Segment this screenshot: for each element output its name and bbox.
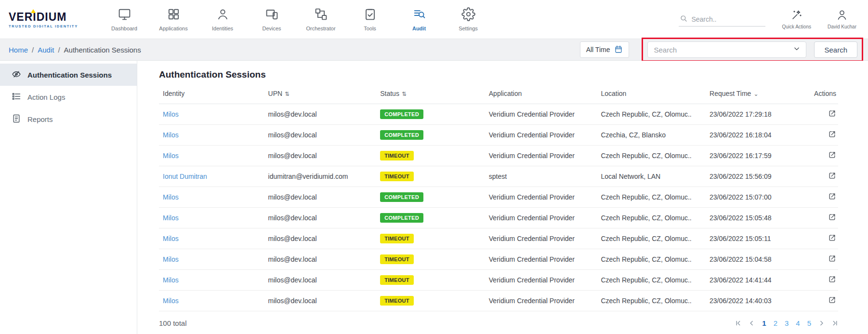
quick-actions-button[interactable]: Quick Actions (782, 9, 811, 29)
application-cell: Veridium Credential Provider (485, 104, 597, 125)
pagination-pages: 12345 (762, 319, 811, 327)
nav-item-dashboard[interactable]: Dashboard (109, 7, 140, 31)
nav-item-identities[interactable]: Identities (207, 7, 238, 31)
settings-gear-icon (461, 7, 475, 23)
table-row: Milos milos@dev.local COMPLETED Veridium… (159, 208, 838, 228)
identity-link[interactable]: Milos (163, 110, 179, 118)
open-session-icon[interactable] (828, 151, 836, 160)
pagination-page[interactable]: 1 (762, 319, 766, 327)
global-search-input[interactable] (691, 15, 764, 23)
time-range-button[interactable]: All Time (580, 41, 630, 58)
col-upn[interactable]: UPN⇅ (264, 83, 377, 104)
location-cell: Czech Republic, CZ, Olomuc.. (597, 228, 706, 249)
identity-link[interactable]: Milos (163, 235, 179, 242)
identity-link[interactable]: Milos (163, 214, 179, 222)
col-request-time[interactable]: Request Time⌄ (706, 83, 801, 104)
pagination-page[interactable]: 2 (774, 319, 777, 327)
nav-item-settings[interactable]: Settings (453, 7, 484, 31)
application-cell: sptest (485, 166, 597, 187)
pagination-page[interactable]: 5 (807, 319, 811, 327)
breadcrumb-separator: / (32, 46, 34, 54)
nav-label: Dashboard (111, 26, 137, 31)
identity-link[interactable]: Ionut Dumitran (163, 173, 207, 180)
location-cell: Czech Republic, CZ, Olomuc.. (597, 187, 706, 208)
sidebar-item-label: Action Logs (27, 93, 65, 101)
upn-cell: milos@dev.local (264, 291, 377, 311)
quick-actions-label: Quick Actions (782, 24, 811, 29)
open-session-icon[interactable] (828, 213, 836, 223)
table-header-row: Identity UPN⇅ Status⇅ Application Locati… (159, 83, 838, 104)
breadcrumb-separator: / (58, 46, 60, 54)
prev-page-icon[interactable] (749, 320, 755, 326)
col-status[interactable]: Status⇅ (376, 83, 485, 104)
identity-link[interactable]: Milos (163, 152, 179, 160)
annotation-highlight: Search Search (642, 38, 863, 62)
nav-item-devices[interactable]: Devices (256, 7, 287, 31)
orchestrator-icon (314, 7, 328, 23)
identity-link[interactable]: Milos (163, 276, 179, 284)
identity-link[interactable]: Milos (163, 193, 179, 201)
status-badge: COMPLETED (380, 192, 423, 202)
nav-item-applications[interactable]: Applications (158, 7, 189, 31)
location-cell: Czech Republic, CZ, Olomuc.. (597, 249, 706, 270)
pagination-page[interactable]: 3 (785, 319, 789, 327)
status-badge: TIMEOUT (380, 172, 414, 181)
upn-cell: idumitran@veridiumid.com (264, 166, 377, 187)
table-footer: 100 total 12345 (159, 319, 838, 327)
upn-cell: milos@dev.local (264, 228, 377, 249)
identity-link[interactable]: Milos (163, 131, 179, 139)
open-session-icon[interactable] (828, 254, 836, 264)
sidebar-item-reports[interactable]: Reports (0, 108, 137, 130)
nav-item-tools[interactable]: Tools (355, 7, 385, 31)
status-badge: TIMEOUT (380, 275, 414, 285)
list-icon (12, 92, 21, 103)
request-time-cell: 23/06/2022 16:17:59 (706, 146, 801, 166)
pagination-page[interactable]: 4 (796, 319, 800, 327)
veridium-logo[interactable]: VERIDIUM TRUSTED DIGITAL IDENTITY (9, 11, 86, 28)
upn-cell: milos@dev.local (264, 146, 377, 166)
main-nav: Dashboard Applications Identities Device… (109, 7, 484, 31)
upn-cell: milos@dev.local (264, 187, 377, 208)
user-name-label: David Kuchar (828, 24, 856, 29)
search-filter-dropdown[interactable]: Search (647, 41, 806, 58)
sidebar-item-authentication-sessions[interactable]: Authentication Sessions (0, 64, 137, 86)
status-badge: TIMEOUT (380, 254, 414, 264)
logo-accent-icon (31, 9, 36, 13)
open-session-icon[interactable] (828, 130, 836, 140)
nav-label: Settings (459, 26, 478, 31)
sidebar: Authentication Sessions Action Logs Repo… (0, 61, 137, 334)
open-session-icon[interactable] (828, 192, 836, 202)
nav-label: Tools (364, 26, 376, 31)
open-session-icon[interactable] (828, 109, 836, 119)
request-time-cell: 23/06/2022 15:04:58 (706, 249, 801, 270)
request-time-cell: 23/06/2022 15:56:09 (706, 166, 801, 187)
open-session-icon[interactable] (828, 296, 836, 306)
nav-item-orchestrator[interactable]: Orchestrator (305, 7, 336, 31)
sidebar-item-action-logs[interactable]: Action Logs (0, 86, 137, 108)
identity-link[interactable]: Milos (163, 255, 179, 263)
open-session-icon[interactable] (828, 234, 836, 243)
top-header: VERIDIUM TRUSTED DIGITAL IDENTITY Dashbo… (0, 0, 868, 39)
upn-cell: milos@dev.local (264, 249, 377, 270)
table-row: Milos milos@dev.local COMPLETED Veridium… (159, 125, 838, 146)
open-session-icon[interactable] (828, 275, 836, 285)
subheader-bar: Home / Audit / Authentication Sessions A… (0, 39, 868, 61)
next-page-icon[interactable] (818, 320, 825, 326)
location-cell: Czech Republic, CZ, Olomuc.. (597, 270, 706, 291)
search-icon (680, 14, 687, 24)
sidebar-item-label: Reports (27, 115, 53, 123)
last-page-icon[interactable] (832, 320, 838, 326)
identity-link[interactable]: Milos (163, 297, 179, 305)
breadcrumb-audit-link[interactable]: Audit (38, 46, 54, 54)
status-badge: COMPLETED (380, 213, 423, 223)
open-session-icon[interactable] (828, 172, 836, 181)
user-menu[interactable]: David Kuchar (828, 9, 856, 29)
global-search[interactable] (679, 13, 765, 27)
search-button[interactable]: Search (814, 41, 857, 58)
nav-item-audit[interactable]: Audit (404, 7, 434, 31)
location-cell: Czech Republic, CZ, Olomuc.. (597, 208, 706, 228)
dashboard-icon (118, 7, 132, 23)
request-time-cell: 23/06/2022 14:41:44 (706, 270, 801, 291)
first-page-icon[interactable] (735, 320, 741, 326)
breadcrumb-home-link[interactable]: Home (9, 46, 28, 54)
